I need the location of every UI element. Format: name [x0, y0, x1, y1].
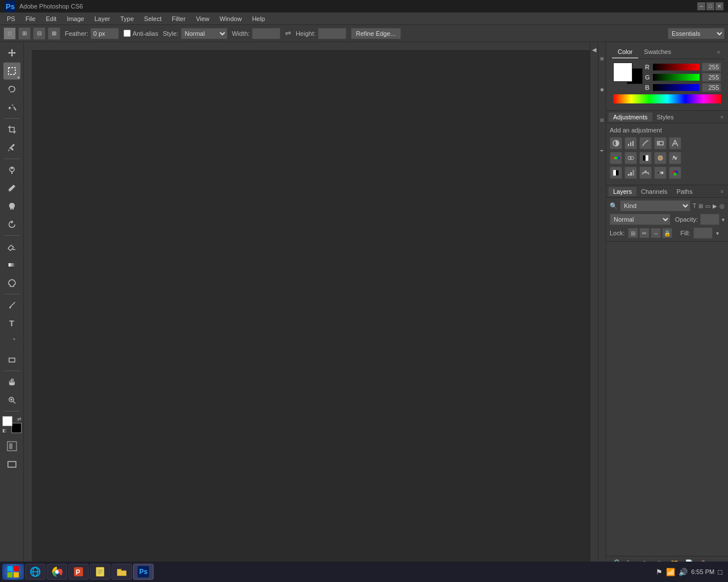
tab-paths[interactable]: Paths [672, 187, 697, 196]
crop-tool[interactable] [3, 121, 20, 138]
marquee-tool[interactable] [3, 63, 20, 80]
tab-layers[interactable]: Layers [609, 187, 636, 196]
move-tool[interactable] [3, 44, 20, 61]
menu-edit[interactable]: Edit [41, 14, 61, 23]
menu-filter[interactable]: Filter [167, 14, 190, 23]
tray-volume[interactable]: 🔊 [679, 568, 688, 576]
eraser-tool[interactable] [3, 238, 20, 255]
filter-type-icon[interactable]: T [693, 203, 696, 209]
history-brush-tool[interactable] [3, 216, 20, 233]
exposure-btn[interactable] [654, 137, 667, 149]
lock-position-btn[interactable]: ↔ [651, 228, 661, 238]
taskbar-chrome[interactable] [47, 564, 67, 580]
start-button[interactable] [2, 564, 24, 580]
eyedropper-tool[interactable] [3, 139, 20, 156]
tab-color[interactable]: Color [612, 46, 638, 59]
taskbar-ie[interactable] [25, 564, 46, 580]
filter-video-icon[interactable]: ▶ [713, 203, 717, 209]
layers-panel-menu[interactable]: ≡ [718, 189, 726, 194]
taskbar-explorer[interactable] [111, 564, 132, 580]
taskbar-photoshop[interactable]: Ps [133, 564, 154, 580]
clone-stamp-tool[interactable] [3, 198, 20, 215]
color-balance-btn[interactable] [624, 152, 637, 164]
menu-help[interactable]: Help [247, 14, 270, 23]
filter-adjust-icon[interactable]: ⊞ [698, 203, 703, 209]
close-button[interactable]: ✕ [715, 2, 723, 10]
gradient-tool[interactable] [3, 256, 20, 273]
adjustments-panel-menu[interactable]: ≡ [718, 114, 726, 120]
spot-healing-tool[interactable] [3, 161, 20, 178]
opacity-input[interactable] [700, 214, 719, 225]
maximize-button[interactable]: □ [706, 2, 714, 10]
menu-select[interactable]: Select [139, 14, 166, 23]
tab-swatches[interactable]: Swatches [638, 46, 677, 59]
subtract-selection-btn[interactable]: ⊟ [33, 27, 46, 40]
menu-type[interactable]: Type [116, 14, 139, 23]
fg-color-preview[interactable] [613, 63, 632, 82]
menu-window[interactable]: Window [215, 14, 246, 23]
new-selection-btn[interactable]: □ [3, 27, 16, 40]
b-value-input[interactable] [702, 83, 721, 92]
lock-image-btn[interactable]: ✏ [639, 228, 650, 238]
style-select[interactable]: Normal Fixed Ratio Fixed Size [181, 28, 228, 39]
channel-mixer-btn[interactable] [669, 152, 681, 164]
swap-colors-button[interactable]: ⇌ [17, 416, 22, 422]
antialias-label[interactable]: Anti-alias [123, 30, 158, 37]
posterize-btn[interactable] [624, 167, 637, 179]
filter-shape-icon[interactable]: ▭ [705, 203, 710, 209]
mini-panel-btn-2[interactable]: ◉ [598, 75, 606, 103]
pen-tool[interactable] [3, 297, 20, 314]
r-value-input[interactable] [702, 63, 721, 72]
gradient-map-btn[interactable] [654, 167, 667, 179]
magic-wand-tool[interactable] [3, 99, 20, 116]
brush-tool[interactable] [3, 180, 20, 197]
tab-channels[interactable]: Channels [636, 187, 672, 196]
width-input[interactable] [252, 28, 280, 39]
zoom-tool[interactable] [3, 392, 20, 409]
invert-btn[interactable] [610, 167, 622, 179]
default-colors-button[interactable]: ◧ [2, 428, 7, 433]
screen-mode-btn[interactable] [3, 456, 20, 473]
background-color-swatch[interactable] [11, 423, 22, 433]
tab-styles[interactable]: Styles [652, 113, 679, 122]
workspace-select[interactable]: Essentials Design Painting Photography [668, 28, 725, 39]
shape-tool[interactable] [3, 351, 20, 368]
threshold-btn[interactable] [639, 167, 652, 179]
menu-ps[interactable]: PS [2, 14, 20, 23]
spectrum-bar[interactable] [613, 94, 721, 103]
path-selection-tool[interactable] [3, 333, 20, 350]
intersect-selection-btn[interactable]: ⊠ [48, 27, 60, 40]
tab-adjustments[interactable]: Adjustments [609, 113, 652, 122]
photo-filter-btn[interactable] [654, 152, 667, 164]
lock-transparent-btn[interactable]: ⊞ [628, 228, 638, 238]
g-value-input[interactable] [702, 73, 721, 82]
height-input[interactable] [318, 28, 346, 39]
mini-panel-btn-3[interactable]: ⊟ [598, 106, 606, 134]
collapse-panel-button[interactable]: ◀ [590, 42, 598, 569]
swap-dimensions-btn[interactable]: ⇌ [285, 29, 291, 38]
show-desktop-btn[interactable]: □ [718, 568, 722, 576]
menu-layer[interactable]: Layer [90, 14, 115, 23]
mini-panel-btn-1[interactable]: ⊞ [598, 44, 606, 73]
selective-color-btn[interactable] [669, 167, 681, 179]
quick-mask-btn[interactable] [3, 438, 20, 455]
foreground-color-swatch[interactable] [2, 416, 13, 426]
minimize-button[interactable]: ─ [697, 2, 705, 10]
antialias-checkbox[interactable] [123, 30, 131, 37]
filter-smart-icon[interactable]: ◎ [719, 203, 725, 209]
canvas-workspace[interactable] [32, 50, 590, 569]
hue-saturation-btn[interactable] [610, 152, 622, 164]
tray-network[interactable]: 📶 [666, 568, 675, 576]
curves-btn[interactable] [639, 137, 652, 149]
color-panel-menu[interactable]: ≡ [715, 49, 722, 55]
mini-panel-btn-4[interactable]: ✒ [598, 136, 606, 165]
opacity-dropdown-icon[interactable]: ▾ [722, 217, 725, 223]
vibrance-btn[interactable] [669, 137, 681, 149]
refine-edge-button[interactable]: Refine Edge... [351, 28, 401, 39]
window-controls[interactable]: ─ □ ✕ [697, 2, 723, 10]
taskbar-powerpoint[interactable]: P [68, 564, 89, 580]
blur-tool[interactable] [3, 275, 20, 292]
blend-mode-select[interactable]: Normal Dissolve Multiply Screen Overlay [610, 214, 671, 225]
b-slider[interactable] [653, 84, 700, 91]
fill-input[interactable] [693, 227, 713, 239]
